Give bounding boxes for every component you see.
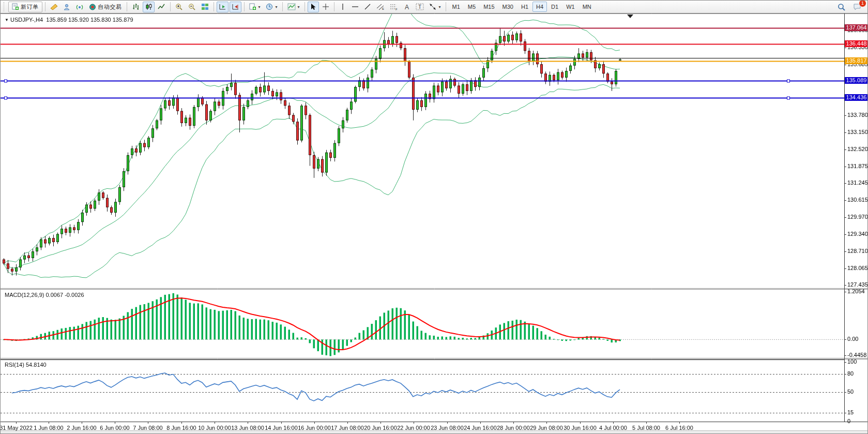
symbol-dropdown-icon[interactable]: ▼: [5, 18, 9, 22]
arrows-button[interactable]: ▾: [427, 2, 443, 12]
auto-trading-button[interactable]: 自动交易: [87, 2, 124, 12]
toolbar-separator: [170, 2, 171, 11]
svg-text:A: A: [405, 4, 409, 10]
broadcast-button[interactable]: [74, 2, 86, 12]
svg-text:E: E: [382, 7, 384, 10]
notifications-button[interactable]: 1: [851, 2, 863, 12]
svg-text:F: F: [395, 8, 398, 10]
bottom-window-edge: [1, 430, 868, 434]
new-order-button[interactable]: 新订单: [8, 2, 42, 12]
candlestick-type-button[interactable]: [143, 2, 155, 12]
toolbar-separator: [282, 2, 283, 11]
macd-indicator-label: MACD(12,26,9) 0.0067 -0.0026: [5, 292, 84, 298]
macd-axis-tick: 0.00: [847, 336, 858, 342]
price-level-tag[interactable]: 135.817: [845, 57, 868, 64]
vertical-line-icon: [340, 3, 345, 10]
price-axis-tick: 132.520: [847, 146, 868, 152]
crosshair-button[interactable]: [320, 2, 331, 12]
zoom-in-icon: [175, 3, 183, 10]
text-button[interactable]: A: [401, 2, 413, 12]
auto-scroll-icon: [219, 3, 226, 10]
price-axis-tick: 130.615: [847, 197, 868, 203]
chart-area: ▼ USDJPY-,H4 135.859 135.920 135.830 135…: [1, 13, 868, 434]
price-axis-tick: 129.340: [847, 231, 868, 237]
toolbar-separator: [446, 2, 446, 11]
time-axis-label: 8 Jun 16:00: [166, 425, 196, 431]
macd-axis-tick: 1.2054: [847, 288, 865, 294]
time-axis-label: 17 Jun 08:00: [331, 425, 364, 431]
vertical-line-button[interactable]: [337, 2, 348, 12]
time-axis-label: 10 Jun 00:00: [198, 425, 231, 431]
zoom-in-button[interactable]: [173, 2, 185, 12]
rsi-axis-tick: 100: [847, 358, 857, 365]
indicators-button[interactable]: ▾: [285, 2, 302, 12]
line-chart-type-button[interactable]: [156, 2, 167, 12]
indicators-icon: [287, 3, 296, 10]
dropdown-arrow-icon: ▾: [439, 5, 441, 9]
symbol-period-label: USDJPY-,H4: [10, 17, 43, 23]
trendline-button[interactable]: [362, 2, 373, 12]
price-axis-tick: 131.245: [847, 179, 868, 186]
timeframe-button-h4[interactable]: H4: [532, 2, 547, 12]
horizontal-line-icon: [352, 4, 359, 9]
time-axis-label: 5 Jul 08:00: [632, 425, 660, 431]
line-chart-icon: [158, 3, 165, 10]
trendline-icon: [364, 3, 371, 10]
fibonacci-button[interactable]: F: [388, 2, 400, 12]
price-axis-tick: 133.150: [847, 129, 868, 135]
new-order-icon: [12, 3, 19, 10]
price-axis-tick: 133.780: [847, 112, 868, 118]
bar-chart-type-button[interactable]: [130, 2, 142, 12]
time-axis-label: 22 Jun 00:00: [397, 425, 430, 431]
timeframe-button-m1[interactable]: M1: [449, 2, 464, 12]
time-axis-label: 6 Jul 16:00: [665, 425, 693, 431]
time-axis-label: 14 Jun 16:00: [265, 425, 298, 431]
time-axis-label: 6 Jun 00:00: [100, 425, 130, 431]
timeframe-button-m30[interactable]: M30: [499, 2, 517, 12]
accounts-button[interactable]: [61, 2, 73, 12]
time-axis-label: 24 Jun 16:00: [464, 425, 497, 431]
wedge-icon: [50, 4, 58, 10]
mt4-window: 新订单 自动交易: [0, 0, 868, 434]
auto-scroll-button[interactable]: [217, 2, 229, 12]
timeframe-button-m5[interactable]: M5: [464, 2, 479, 12]
zoom-out-icon: [188, 3, 196, 10]
bar-chart-icon: [132, 3, 140, 10]
tile-windows-button[interactable]: [199, 2, 211, 12]
macd-values: 0.0067 -0.0026: [45, 292, 84, 298]
rsi-indicator-label: RSI(14) 54.8140: [5, 362, 47, 368]
timeframe-button-m15[interactable]: M15: [480, 2, 498, 12]
cursor-arrow-icon: [310, 3, 316, 10]
equidistant-channel-button[interactable]: E: [374, 2, 387, 12]
zoom-out-button[interactable]: [186, 2, 198, 12]
horizontal-line-button[interactable]: [349, 2, 361, 12]
cursor-button[interactable]: [308, 2, 319, 12]
broadcast-icon: [76, 4, 84, 10]
rsi-value: 54.8140: [26, 362, 47, 368]
toolbar-separator: [45, 2, 45, 11]
chart-canvas[interactable]: [1, 13, 868, 434]
price-level-tag[interactable]: 135.089: [845, 77, 868, 84]
time-axis-label: 7 Jun 08:00: [133, 425, 163, 431]
search-icon: [837, 3, 846, 11]
rsi-name: RSI(14): [5, 362, 24, 368]
time-axis-label: 4 Jul 00:00: [599, 425, 627, 431]
text-label-button[interactable]: T: [414, 2, 426, 12]
timeframe-button-h1[interactable]: H1: [517, 2, 532, 12]
timeframe-button-d1[interactable]: D1: [547, 2, 562, 12]
search-button[interactable]: [835, 2, 848, 12]
toolbar-separator: [244, 2, 245, 11]
timeframe-button-mn[interactable]: MN: [579, 2, 595, 12]
history-center-button[interactable]: [48, 2, 60, 12]
ohlc-values: 135.859 135.920 135.830 135.879: [46, 17, 133, 23]
profiles-button[interactable]: ▾: [264, 2, 280, 12]
timeframe-button-w1[interactable]: W1: [562, 2, 578, 12]
price-level-tag[interactable]: 134.436: [845, 94, 868, 101]
price-level-tag[interactable]: 137.064: [845, 24, 868, 31]
price-level-tag[interactable]: 136.448: [845, 40, 868, 47]
new-chart-button[interactable]: ▾: [247, 2, 263, 12]
time-axis-label: 2 Jun 16:00: [67, 425, 97, 431]
chart-shift-button[interactable]: [230, 2, 241, 12]
rsi-axis-tick: 50: [847, 388, 854, 395]
price-axis-tick: 131.875: [847, 163, 868, 169]
